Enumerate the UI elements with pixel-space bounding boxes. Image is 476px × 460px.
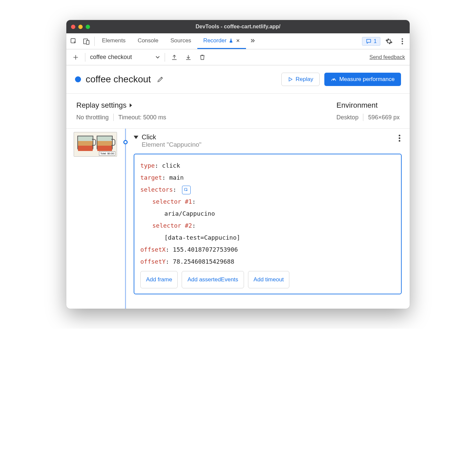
inspect-element-icon[interactable] bbox=[69, 37, 78, 46]
send-feedback-link[interactable]: Send feedback bbox=[369, 54, 405, 60]
prop-key: offsetX bbox=[140, 246, 166, 253]
panel-tabbar: Elements Console Sources Recorder ✕ 1 bbox=[66, 33, 410, 49]
timeout-value: Timeout: 5000 ms bbox=[118, 114, 166, 121]
thumbnail-column: Total: $0.00 bbox=[66, 129, 120, 309]
prop-key: offsetY bbox=[140, 258, 166, 265]
export-icon[interactable] bbox=[170, 53, 179, 62]
tab-recorder[interactable]: Recorder ✕ bbox=[197, 33, 246, 49]
settings-gear-icon[interactable] bbox=[384, 37, 394, 46]
recording-name: coffee checkout bbox=[90, 54, 132, 61]
close-tab-icon[interactable]: ✕ bbox=[236, 38, 240, 43]
divider bbox=[165, 53, 165, 62]
timeline-line bbox=[125, 129, 126, 309]
prop-value[interactable]: aria/Cappucino bbox=[164, 210, 215, 217]
prop-key: type bbox=[140, 162, 155, 169]
device-toolbar-icon[interactable] bbox=[82, 37, 91, 46]
message-icon bbox=[366, 38, 372, 44]
environment-label: Environment bbox=[336, 101, 378, 110]
prop-key: selector #1 bbox=[152, 198, 192, 205]
recording-header: coffee checkout Replay Measure performan… bbox=[66, 65, 410, 94]
play-icon bbox=[288, 77, 293, 82]
minimize-window-button[interactable] bbox=[78, 25, 83, 29]
add-asserted-events-button[interactable]: Add assertedEvents bbox=[182, 271, 244, 288]
divider bbox=[363, 114, 363, 121]
prop-value[interactable]: 78.25460815429688 bbox=[173, 258, 234, 265]
step-title: Click bbox=[142, 133, 201, 141]
prop-key: selectors bbox=[140, 186, 173, 193]
replay-button[interactable]: Replay bbox=[281, 73, 320, 86]
step-properties-editor[interactable]: type: click target: main selectors: sele… bbox=[134, 154, 402, 294]
tab-console[interactable]: Console bbox=[132, 33, 164, 49]
more-tabs-button[interactable] bbox=[246, 33, 259, 49]
titlebar: DevTools - coffee-cart.netlify.app/ bbox=[66, 20, 410, 33]
edit-title-icon[interactable] bbox=[156, 75, 165, 84]
steps-panel: Total: $0.00 Click Element "Cappucino" t… bbox=[66, 129, 410, 309]
chevron-down-icon bbox=[155, 56, 160, 59]
svg-point-5 bbox=[402, 43, 403, 44]
gauge-icon bbox=[331, 76, 337, 82]
svg-rect-2 bbox=[86, 40, 89, 44]
prop-value[interactable]: [data-test=Cappucino] bbox=[164, 234, 240, 241]
flask-icon bbox=[229, 38, 233, 43]
timeline-node[interactable] bbox=[123, 140, 128, 144]
prop-value[interactable]: 155.40187072753906 bbox=[173, 246, 238, 253]
add-timeout-button[interactable]: Add timeout bbox=[248, 271, 290, 288]
measure-performance-button[interactable]: Measure performance bbox=[324, 73, 401, 86]
divider bbox=[85, 53, 85, 62]
more-options-icon[interactable] bbox=[398, 37, 407, 46]
recording-title: coffee checkout bbox=[86, 74, 151, 85]
window-title: DevTools - coffee-cart.netlify.app/ bbox=[66, 24, 410, 30]
replay-label: Replay bbox=[296, 76, 313, 83]
svg-point-6 bbox=[333, 79, 334, 80]
tab-label: Sources bbox=[170, 37, 191, 44]
tab-label: Console bbox=[138, 37, 158, 44]
issues-count: 1 bbox=[374, 38, 377, 44]
step-thumbnail[interactable]: Total: $0.00 bbox=[74, 132, 117, 157]
caret-right-icon bbox=[129, 103, 132, 108]
thumbnail-total: Total: $0.00 bbox=[99, 151, 115, 156]
replay-settings-toggle[interactable]: Replay settings bbox=[76, 101, 166, 110]
pick-selector-icon[interactable] bbox=[182, 186, 191, 194]
prop-key: target bbox=[140, 174, 162, 181]
timeline bbox=[120, 129, 131, 309]
svg-point-4 bbox=[402, 40, 403, 42]
divider bbox=[113, 114, 114, 121]
recording-status-dot bbox=[75, 76, 81, 82]
new-recording-button[interactable] bbox=[71, 53, 80, 62]
add-frame-button[interactable]: Add frame bbox=[140, 271, 178, 288]
delete-icon[interactable] bbox=[198, 53, 207, 62]
tab-label: Elements bbox=[102, 37, 126, 44]
close-window-button[interactable] bbox=[71, 25, 75, 29]
tab-elements[interactable]: Elements bbox=[96, 33, 132, 49]
devtools-window: DevTools - coffee-cart.netlify.app/ Elem… bbox=[66, 20, 410, 309]
issues-badge[interactable]: 1 bbox=[362, 37, 380, 46]
recorder-toolbar: coffee checkout Send feedback bbox=[66, 49, 410, 65]
measure-label: Measure performance bbox=[339, 76, 395, 83]
prop-key: selector #2 bbox=[152, 222, 192, 229]
prop-value[interactable]: main bbox=[169, 174, 184, 181]
import-icon[interactable] bbox=[184, 53, 193, 62]
device-value: Desktop bbox=[336, 114, 358, 121]
maximize-window-button[interactable] bbox=[86, 25, 90, 29]
step-subtitle: Element "Cappucino" bbox=[142, 141, 201, 148]
prop-value[interactable]: click bbox=[162, 162, 180, 169]
tab-label: Recorder bbox=[203, 37, 227, 44]
recording-select[interactable]: coffee checkout bbox=[90, 54, 160, 61]
step-menu-icon[interactable] bbox=[397, 133, 402, 143]
svg-point-3 bbox=[402, 38, 403, 39]
settings-row: Replay settings No throttling Timeout: 5… bbox=[66, 94, 410, 129]
window-controls bbox=[71, 25, 90, 29]
viewport-value: 596×669 px bbox=[368, 114, 400, 121]
collapse-step-icon[interactable] bbox=[134, 136, 138, 139]
tab-sources[interactable]: Sources bbox=[164, 33, 197, 49]
throttling-value: No throttling bbox=[76, 114, 109, 121]
step-detail: Click Element "Cappucino" type: click ta… bbox=[131, 129, 410, 309]
replay-settings-label: Replay settings bbox=[76, 101, 126, 110]
